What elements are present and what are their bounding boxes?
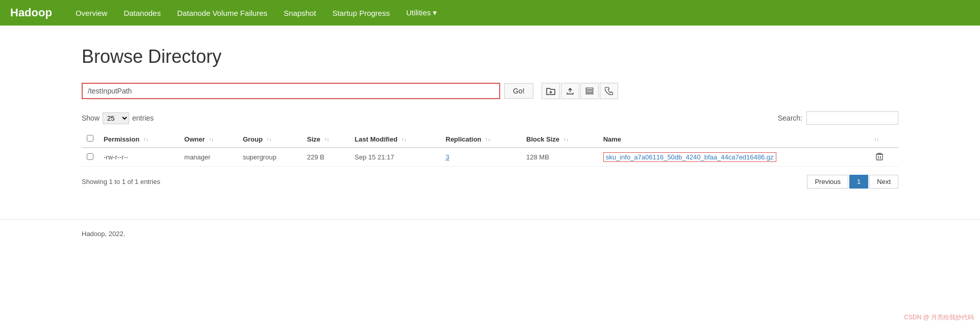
th-group[interactable]: Group ↑↓ <box>238 131 302 148</box>
nav-datanodes[interactable]: Datanodes <box>115 0 169 26</box>
search-input[interactable] <box>806 111 898 125</box>
select-all-checkbox[interactable] <box>87 135 93 142</box>
folder-icon-button[interactable] <box>542 83 560 99</box>
path-row: Go! <box>82 83 898 99</box>
svg-rect-2 <box>586 88 593 89</box>
entries-label: entries <box>132 114 154 122</box>
nav-utilities[interactable]: Utilities ▾ <box>398 0 446 26</box>
th-permission[interactable]: Permission ↑↓ <box>99 131 179 148</box>
nav-volume-failures[interactable]: Datanode Volume Failures <box>169 0 276 26</box>
nav-snapshot[interactable]: Snapshot <box>276 0 324 26</box>
pagination: Previous 1 Next <box>807 175 898 189</box>
replication-link[interactable]: 3 <box>446 153 449 161</box>
search-label: Search: <box>778 114 802 122</box>
th-owner[interactable]: Owner ↑↓ <box>179 131 238 148</box>
row-block-size: 128 MB <box>521 148 598 167</box>
nav-startup-progress[interactable]: Startup Progress <box>324 0 398 26</box>
upload-icon-button[interactable] <box>561 83 579 99</box>
entries-select[interactable]: 25 10 50 100 <box>103 112 129 124</box>
svg-rect-5 <box>876 154 883 160</box>
footer-text: Hadoop, 2022. <box>82 230 125 238</box>
path-input[interactable] <box>82 83 500 99</box>
directory-table: Permission ↑↓ Owner ↑↓ Group ↑↓ Size ↑↓ … <box>82 131 898 167</box>
show-label: Show <box>82 114 100 122</box>
showing-info: Showing 1 to 1 of 1 entries <box>82 178 160 185</box>
phone-icon-button[interactable] <box>600 83 618 99</box>
next-button[interactable]: Next <box>869 175 898 189</box>
delete-icon[interactable] <box>876 154 883 162</box>
row-size: 229 B <box>302 148 349 167</box>
icon-buttons <box>542 83 618 99</box>
th-size[interactable]: Size ↑↓ <box>302 131 349 148</box>
controls-row: Show 25 10 50 100 entries Search: <box>82 111 898 125</box>
row-checkbox-cell <box>82 148 99 167</box>
nav-overview[interactable]: Overview <box>67 0 116 26</box>
th-checkbox <box>82 131 99 148</box>
sort-size-icon: ↑↓ <box>324 137 329 142</box>
previous-button[interactable]: Previous <box>807 175 848 189</box>
row-checkbox[interactable] <box>87 153 93 160</box>
footer: Hadoop, 2022. <box>0 219 980 248</box>
row-last-modified: Sep 15 21:17 <box>350 148 440 167</box>
navbar-brand[interactable]: Hadoop <box>10 6 52 19</box>
th-replication[interactable]: Replication ↑↓ <box>440 131 521 148</box>
file-name-link[interactable]: sku_info_a7a06116_50db_4240_bfaa_44ca7ed… <box>603 152 776 162</box>
svg-rect-3 <box>586 90 593 92</box>
page-title: Browse Directory <box>82 46 898 67</box>
search-box: Search: <box>778 111 898 125</box>
row-permission: -rw-r--r-- <box>99 148 179 167</box>
navbar-nav: Overview Datanodes Datanode Volume Failu… <box>67 0 445 26</box>
row-owner: manager <box>179 148 238 167</box>
table-header-row: Permission ↑↓ Owner ↑↓ Group ↑↓ Size ↑↓ … <box>82 131 898 148</box>
sort-owner-icon: ↑↓ <box>209 137 214 142</box>
row-name: sku_info_a7a06116_50db_4240_bfaa_44ca7ed… <box>598 148 867 167</box>
row-group: supergroup <box>238 148 302 167</box>
sort-lastmod-icon: ↑↓ <box>401 137 406 142</box>
th-name[interactable]: Name <box>598 131 867 148</box>
table-row: -rw-r--r-- manager supergroup 229 B Sep … <box>82 148 898 167</box>
list-icon-button[interactable] <box>580 83 599 99</box>
sort-replication-icon: ↑↓ <box>485 137 491 142</box>
page-1-button[interactable]: 1 <box>849 175 868 189</box>
bottom-row: Showing 1 to 1 of 1 entries Previous 1 N… <box>82 175 898 189</box>
th-block-size[interactable]: Block Size ↑↓ <box>521 131 598 148</box>
sort-group-icon: ↑↓ <box>266 137 272 142</box>
sort-blocksize-icon: ↑↓ <box>564 137 569 142</box>
row-actions <box>867 148 898 167</box>
sort-permission-icon: ↑↓ <box>143 137 149 142</box>
navbar: Hadoop Overview Datanodes Datanode Volum… <box>0 0 980 26</box>
th-actions: ↑↓ <box>867 131 898 148</box>
go-button[interactable]: Go! <box>504 83 533 99</box>
show-entries: Show 25 10 50 100 entries <box>82 112 154 124</box>
sort-actions-icon: ↑↓ <box>874 137 879 142</box>
row-replication: 3 <box>440 148 521 167</box>
svg-rect-4 <box>586 93 593 94</box>
main-content: Browse Directory Go! <box>0 26 980 209</box>
th-last-modified[interactable]: Last Modified ↑↓ <box>350 131 440 148</box>
